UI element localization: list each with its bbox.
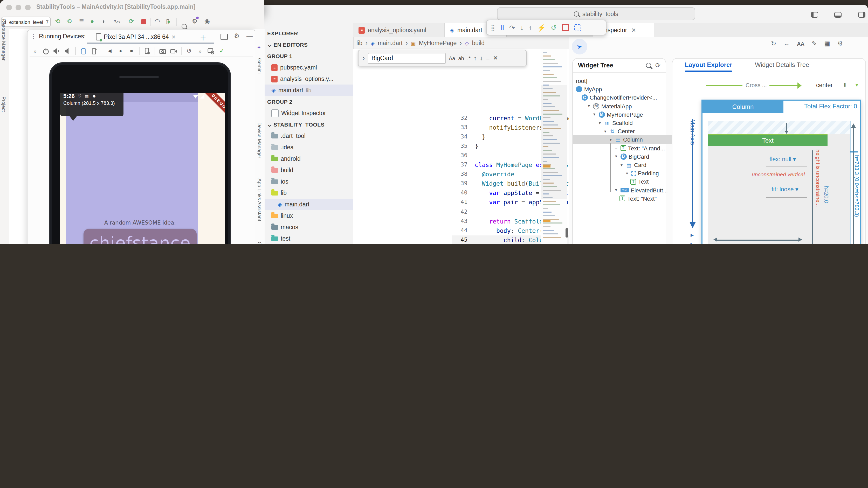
explorer-item[interactable]: .idea (264, 141, 353, 153)
explorer-item[interactable]: test (264, 233, 353, 244)
tree-row[interactable]: ▾≋Scaffold (573, 119, 689, 127)
rotate-right-icon[interactable] (89, 46, 100, 56)
tab-layout-explorer[interactable]: Layout Explorer (685, 61, 732, 72)
add-device-icon[interactable]: ＋ (200, 33, 207, 42)
tree-row[interactable]: MyApp (573, 85, 667, 93)
toggle-panel-icon[interactable] (835, 12, 842, 18)
stop-button-icon[interactable] (141, 19, 146, 24)
bigcard-widget[interactable]: chiefstance (84, 229, 197, 244)
explorer-header[interactable]: EXPLORER (264, 28, 353, 39)
android-home-icon[interactable]: ● (115, 46, 126, 56)
group1-header[interactable]: GROUP 1 (264, 50, 353, 62)
tree-row[interactable]: ▾MMaterialApp (573, 102, 678, 110)
tool-stripe-device-manager[interactable]: Device Manager (256, 120, 263, 160)
text-size-icon[interactable]: AA (797, 41, 804, 46)
editor-scrollbar-thumb[interactable] (565, 228, 568, 237)
tree-row[interactable]: ▾MMyHomePage (573, 110, 684, 119)
match-case-toggle[interactable]: Aa (449, 55, 455, 61)
step-into-icon[interactable]: ↓ (520, 24, 524, 31)
hide-panel-icon[interactable]: — (246, 32, 253, 39)
open-editors-header[interactable]: ⌄ EN EDITORS (264, 39, 353, 50)
code-editor[interactable]: 32 current = WordPair.random();33 notify… (353, 49, 569, 244)
minimap[interactable] (540, 49, 567, 244)
vscode-title-search[interactable]: stability_tools (497, 7, 695, 20)
tool-stripe-gradle[interactable]: Gradle (256, 239, 263, 244)
run-config-icon[interactable]: ∿▾ (113, 18, 120, 25)
group2-header[interactable]: GROUP 2 (264, 96, 353, 107)
find-expand-chevron[interactable]: › (363, 55, 365, 62)
dropdown-arrow-icon[interactable]: ▼ (855, 83, 859, 88)
widget-select-icon[interactable] (574, 24, 581, 31)
close-traffic-light[interactable] (6, 4, 12, 10)
drag-grip-icon[interactable]: ⣿ (491, 24, 495, 31)
find-next-icon[interactable]: ↓ (480, 55, 483, 62)
device-manager-icon[interactable]: ▯ (166, 18, 169, 25)
find-close-icon[interactable]: ✕ (493, 55, 498, 62)
panel-grip-icon[interactable]: ⋮ (31, 33, 36, 40)
step-over-icon[interactable]: ↷ (509, 24, 515, 31)
breadcrumb-myhomepage[interactable]: MyHomePage (419, 40, 457, 46)
image-icon[interactable]: ▦ (824, 40, 830, 47)
select-widget-mode-button[interactable]: ➤ (572, 39, 587, 55)
step-out-icon[interactable]: ↑ (529, 24, 532, 31)
tree-search-icon[interactable] (646, 63, 651, 68)
fit-width-icon[interactable]: ↔ (783, 40, 789, 47)
pause-icon[interactable]: ‖ (501, 24, 504, 31)
snapshot-restore-icon[interactable]: ↺ (184, 46, 194, 56)
breadcrumb-lib[interactable]: lib (356, 40, 363, 46)
phone-screen[interactable]: DEBUG 5:26 ♡ ▤ ☻ Column (281.5 x 783.3) … (60, 93, 225, 244)
tree-row[interactable]: CChangeNotifierProvider<... (573, 94, 673, 102)
build-icon[interactable]: ≣ (79, 18, 84, 25)
text-widget-bar[interactable]: Text (708, 134, 828, 146)
volume-down-icon[interactable] (62, 46, 73, 56)
gemini-spark-icon[interactable]: ✦ (257, 44, 261, 50)
explorer-item[interactable]: ≡pubspec.yaml (264, 62, 353, 73)
tool-stripe-app-links-assistant[interactable]: App Links Assistant (256, 176, 263, 223)
debug-bug-icon[interactable]: ● (90, 18, 94, 25)
explorer-item[interactable]: lib (264, 187, 353, 199)
update-project-icon[interactable]: ⟲ (55, 18, 60, 25)
workspace-header[interactable]: ⌄ STABILITY_TOOLS (264, 119, 353, 130)
tool-stripe-project[interactable]: Project (1, 96, 7, 112)
close-icon[interactable]: ✕ (631, 27, 636, 33)
tree-row[interactable]: root] (573, 77, 667, 85)
tree-refresh-icon[interactable]: ⟳ (655, 62, 660, 69)
explorer-item[interactable]: Widget Inspector (264, 107, 353, 119)
edit-icon[interactable]: ✎ (812, 40, 817, 47)
screen-record-icon[interactable] (168, 46, 179, 56)
panel-settings-gear-icon[interactable]: ⚙ (234, 32, 240, 39)
close-tab-icon[interactable]: ✕ (172, 34, 176, 40)
explorer-item[interactable]: linux (264, 210, 353, 222)
device-settings-icon[interactable] (142, 46, 153, 56)
tool-stripe-resource-manager[interactable]: Resource Manager (1, 19, 7, 61)
android-recents-icon[interactable]: ■ (126, 46, 137, 56)
studio-settings-gear-icon[interactable]: ⚙ (192, 18, 198, 25)
explorer-item[interactable]: ≡analysis_options.y... (264, 73, 353, 85)
cross-axis-value[interactable]: center (816, 82, 833, 88)
tool-stripe-gemini[interactable]: Gemini (256, 56, 263, 76)
rotate-left-icon[interactable] (78, 46, 89, 56)
panel-layout-icon[interactable] (220, 34, 228, 40)
explorer-item[interactable]: ◈main.dartlib (264, 85, 353, 96)
breadcrumb-maindart[interactable]: main.dart (378, 40, 403, 46)
explorer-item[interactable]: macos (264, 222, 353, 233)
inspector-settings-gear-icon[interactable]: ⚙ (837, 40, 843, 47)
volume-up-icon[interactable] (51, 46, 62, 56)
explorer-item[interactable]: ◈main.dart (264, 199, 353, 210)
breadcrumb-build[interactable]: build (472, 40, 485, 46)
fit-value[interactable]: fit: loose ▾ (772, 186, 799, 193)
device-tab[interactable]: Pixel 3a API 34 ...x86 64 ✕ (96, 32, 176, 42)
profile-avatar-icon[interactable]: ◉ (205, 18, 210, 25)
studio-search-icon[interactable] (182, 24, 187, 29)
find-input[interactable]: BigCard (368, 53, 446, 64)
hot-restart-icon[interactable]: ↺ (551, 24, 556, 31)
android-back-icon[interactable]: ◀ (104, 46, 115, 56)
flex-value[interactable]: flex: null ▾ (769, 156, 796, 163)
toggle-secondary-sidebar-icon[interactable] (858, 12, 865, 18)
rerun-debug-icon[interactable]: ⟳ (129, 18, 134, 25)
screenshot-camera-icon[interactable] (157, 46, 168, 56)
performance-icon[interactable]: ↻ (771, 40, 776, 47)
zoom-traffic-light[interactable] (25, 4, 31, 10)
ready-check-icon[interactable]: ✓ (216, 46, 227, 56)
attach-debugger-icon[interactable]: ◗ (102, 18, 105, 25)
